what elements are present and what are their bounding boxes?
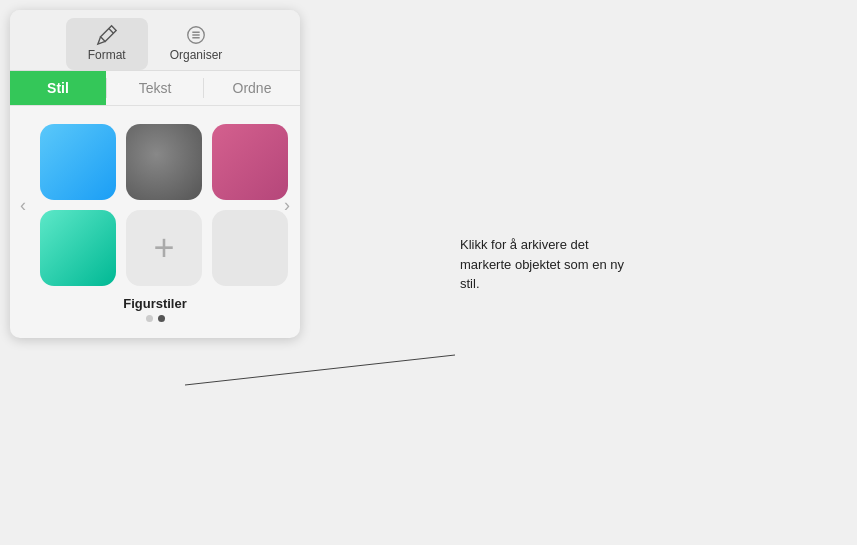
- swatch-dark[interactable]: [126, 124, 202, 200]
- page-dots: [22, 315, 288, 322]
- format-panel: Format Organiser Stil Tekst Ordne ‹: [10, 10, 300, 338]
- svg-line-0: [108, 29, 113, 34]
- callout-text: Klikk for å arkivere det markerte objekt…: [460, 235, 640, 294]
- dot-1[interactable]: [146, 315, 153, 322]
- swatch-empty: [212, 210, 288, 286]
- grid-container: ‹ + ›: [22, 124, 288, 286]
- format-label: Format: [88, 48, 126, 62]
- swatch-teal[interactable]: [40, 210, 116, 286]
- format-icon: [96, 24, 118, 46]
- tab-bar: Stil Tekst Ordne: [10, 71, 300, 106]
- tab-stil[interactable]: Stil: [10, 71, 106, 105]
- style-content: ‹ + › Figurstiler: [10, 106, 300, 338]
- dot-2[interactable]: [158, 315, 165, 322]
- callout-line: [185, 355, 455, 385]
- swatch-add[interactable]: +: [126, 210, 202, 286]
- organiser-icon: [185, 24, 207, 46]
- format-button[interactable]: Format: [66, 18, 148, 70]
- tab-tekst[interactable]: Tekst: [107, 71, 203, 105]
- toolbar: Format Organiser: [10, 10, 300, 71]
- style-grid: +: [40, 124, 270, 286]
- swatch-pink[interactable]: [212, 124, 288, 200]
- tab-ordne[interactable]: Ordne: [204, 71, 300, 105]
- next-arrow[interactable]: ›: [284, 195, 290, 216]
- swatch-blue[interactable]: [40, 124, 116, 200]
- add-icon: +: [153, 230, 174, 266]
- prev-arrow[interactable]: ‹: [20, 195, 26, 216]
- organiser-label: Organiser: [170, 48, 223, 62]
- organiser-button[interactable]: Organiser: [148, 18, 245, 70]
- grid-wrapper: +: [40, 124, 270, 286]
- figurstiler-label: Figurstiler: [22, 296, 288, 311]
